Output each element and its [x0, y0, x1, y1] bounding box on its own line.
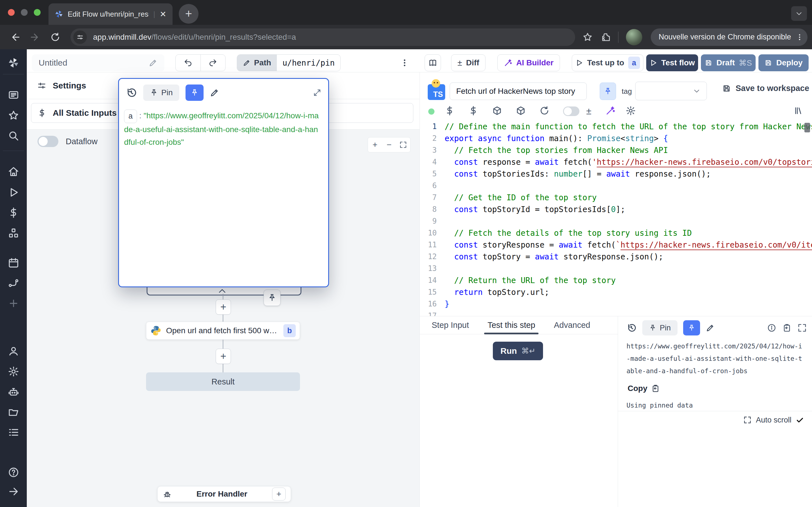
- result-pin-toggle-button[interactable]: Pin: [642, 320, 677, 335]
- fullscreen-result-icon[interactable]: [798, 323, 807, 332]
- tag-select[interactable]: [635, 82, 707, 100]
- expand-logs-icon[interactable]: [744, 416, 751, 424]
- more-options-kebab-icon[interactable]: [400, 58, 409, 67]
- info-icon[interactable]: [767, 323, 776, 332]
- package-icon[interactable]: [516, 106, 526, 116]
- result-pinned-active-button[interactable]: [683, 320, 700, 335]
- reload-icon[interactable]: [50, 32, 60, 42]
- input-pin-badge[interactable]: [264, 290, 281, 306]
- copy-result-clipboard-icon[interactable]: [782, 323, 792, 332]
- pin-toggle-button[interactable]: Pin: [143, 84, 179, 101]
- traffic-zoom-button[interactable]: [34, 9, 41, 16]
- test-up-to-button[interactable]: Test up to a: [572, 54, 644, 71]
- runs-icon[interactable]: [8, 187, 19, 198]
- docs-icon[interactable]: [8, 89, 19, 101]
- insert-step-button[interactable]: +: [216, 349, 231, 364]
- draft-button[interactable]: Draft ⌘S: [701, 54, 756, 71]
- edit-name-pencil-icon[interactable]: [149, 58, 158, 67]
- library-icon[interactable]: [793, 106, 803, 116]
- chrome-update-button[interactable]: Nouvelle version de Chrome disponible: [651, 29, 808, 46]
- copy-button[interactable]: Copy: [618, 377, 812, 393]
- history-icon[interactable]: [626, 323, 637, 333]
- fit-view-button[interactable]: [396, 141, 410, 149]
- flows-icon[interactable]: [8, 277, 19, 289]
- edit-result-pencil-icon[interactable]: [706, 323, 715, 332]
- add-error-handler-button[interactable]: +: [272, 488, 286, 501]
- save-to-workspace-button[interactable]: Save to workspace: [722, 83, 809, 93]
- reset-icon[interactable]: [539, 106, 550, 116]
- error-handler-node[interactable]: Error Handler +: [157, 486, 291, 502]
- traffic-minimize-button[interactable]: [21, 9, 28, 16]
- auto-scroll-row: Auto scroll: [618, 413, 812, 427]
- deploy-button[interactable]: Deploy: [758, 54, 809, 71]
- tab-search-chevron-icon[interactable]: [791, 6, 807, 21]
- diff-button[interactable]: ± Diff: [451, 54, 486, 71]
- workers-icon[interactable]: [8, 386, 19, 397]
- schedules-icon[interactable]: [8, 257, 19, 269]
- flow-name-input[interactable]: Untitled: [32, 54, 164, 71]
- folders-icon[interactable]: [8, 406, 19, 418]
- tab-close-icon[interactable]: ✕: [160, 10, 166, 19]
- chevron-down-icon: [693, 87, 700, 95]
- ai-wand-icon[interactable]: [605, 106, 615, 116]
- search-icon[interactable]: [8, 130, 19, 142]
- step-summary-input[interactable]: Fetch url of HackerNews top story: [450, 82, 587, 100]
- user-icon[interactable]: [8, 346, 19, 357]
- windmill-logo[interactable]: [8, 57, 19, 68]
- address-bar[interactable]: app.windmill.dev/flows/edit/u/henri/pin_…: [70, 29, 575, 46]
- editor-scrollbar-thumb[interactable]: [804, 123, 810, 132]
- tab-test-this-step[interactable]: Test this step: [488, 321, 535, 330]
- history-icon[interactable]: [126, 87, 137, 98]
- auto-scroll-checkmark-icon[interactable]: [796, 416, 804, 424]
- zoom-out-button[interactable]: −: [382, 140, 396, 150]
- variables-dollar-icon[interactable]: [445, 106, 455, 116]
- editor-settings-gear-icon[interactable]: [626, 106, 636, 116]
- extensions-icon[interactable]: [601, 32, 611, 42]
- variables-icon[interactable]: [8, 207, 19, 218]
- home-icon[interactable]: [8, 166, 19, 177]
- language-label: TS: [433, 90, 443, 99]
- profile-avatar[interactable]: [626, 29, 642, 45]
- browser-menu-icon[interactable]: [796, 33, 804, 41]
- settings-gear-icon[interactable]: [8, 366, 19, 377]
- undo-button[interactable]: [175, 55, 201, 71]
- expand-popup-icon[interactable]: [313, 89, 321, 97]
- pinned-active-button[interactable]: [186, 84, 204, 101]
- traffic-close-button[interactable]: [8, 9, 15, 16]
- insert-step-button[interactable]: +: [216, 299, 231, 315]
- flow-step-node-b[interactable]: Open url and fetch first 500 words of ..…: [146, 322, 300, 340]
- audit-logs-icon[interactable]: [8, 427, 19, 438]
- package-icon[interactable]: [492, 106, 502, 116]
- result-value[interactable]: https://www.geoffreylitt.com/2025/04/12/…: [618, 335, 812, 377]
- result-node[interactable]: Result: [146, 372, 300, 391]
- browser-tab[interactable]: Edit Flow u/henri/pin_results | ✕: [49, 3, 172, 25]
- new-tab-button[interactable]: +: [179, 4, 199, 24]
- favorites-star-icon[interactable]: [8, 110, 19, 121]
- diff-plus-minus-icon[interactable]: ±: [586, 106, 592, 117]
- dataflow-toggle[interactable]: [38, 136, 58, 147]
- run-button[interactable]: Run ⌘↵: [493, 342, 543, 360]
- code-editor[interactable]: 1// Define the main function to fetch th…: [420, 121, 812, 316]
- back-icon[interactable]: [10, 32, 20, 43]
- resources-icon[interactable]: [8, 228, 19, 239]
- docs-book-button[interactable]: [424, 54, 441, 71]
- tab-advanced[interactable]: Advanced: [554, 321, 590, 330]
- forward-icon[interactable]: [30, 32, 41, 43]
- step-pin-button[interactable]: [600, 82, 616, 100]
- path-value[interactable]: u/henri/pin: [277, 58, 340, 68]
- site-settings-icon[interactable]: [73, 31, 87, 44]
- ai-builder-button[interactable]: AI Builder: [497, 54, 560, 71]
- zoom-in-button[interactable]: +: [368, 140, 382, 150]
- test-flow-button[interactable]: Test flow: [646, 54, 698, 71]
- editor-toggle[interactable]: [563, 107, 579, 116]
- path-button[interactable]: Path: [237, 55, 277, 71]
- edit-pin-pencil-icon[interactable]: [210, 88, 219, 98]
- step-node-label: Open url and fetch first 500 words of ..…: [166, 326, 279, 335]
- resources-dollar-icon[interactable]: [468, 106, 478, 116]
- redo-button[interactable]: [201, 58, 225, 67]
- tab-step-input[interactable]: Step Input: [432, 321, 469, 330]
- help-icon[interactable]: [8, 467, 19, 478]
- add-icon[interactable]: [8, 298, 19, 309]
- expand-sidebar-icon[interactable]: [8, 486, 19, 497]
- bookmark-star-icon[interactable]: [582, 32, 593, 42]
